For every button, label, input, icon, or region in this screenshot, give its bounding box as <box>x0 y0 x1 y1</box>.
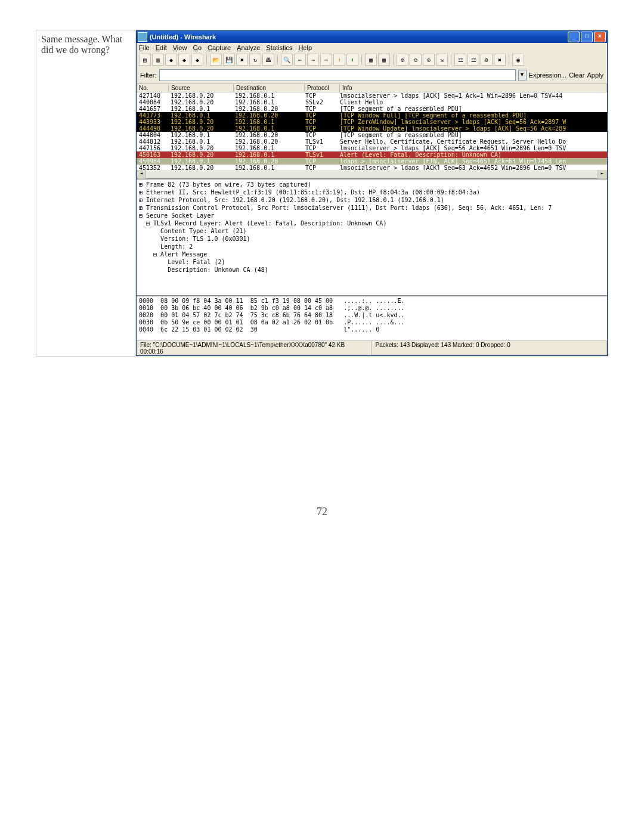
titlebar[interactable]: (Untitled) - Wireshark _ □ × <box>137 31 607 43</box>
tb-restart-icon[interactable]: ◆ <box>191 54 203 66</box>
tb-back-icon[interactable]: ⇐ <box>294 54 306 66</box>
status-file: File: "C:\DOCUME~1\ADMINI~1\LOCALS~1\Tem… <box>137 341 372 355</box>
tb-help-icon[interactable]: ✖ <box>494 54 506 66</box>
hscrollbar[interactable]: ◄ ► <box>137 170 607 178</box>
filter-dropdown-icon[interactable]: ▼ <box>518 70 527 80</box>
menu-go[interactable]: Go <box>193 44 202 51</box>
menu-statistics[interactable]: Statistics <box>266 44 292 51</box>
menu-capture[interactable]: Capture <box>208 44 231 51</box>
hex-line[interactable]: 0030 0b 50 9e ce 00 00 01 01 08 0a 02 a1… <box>139 319 605 326</box>
tb-color-icon[interactable]: ☲ <box>467 54 479 66</box>
page-number: 72 <box>36 506 608 518</box>
statusbar: File: "C:\DOCUME~1\ADMINI~1\LOCALS~1\Tem… <box>137 340 607 355</box>
close-button[interactable]: × <box>594 32 606 42</box>
filter-input[interactable] <box>159 69 516 81</box>
hex-line[interactable]: 0040 6c 22 15 03 01 00 02 02 30 l"......… <box>139 326 605 333</box>
filter-label: Filter: <box>140 72 157 79</box>
app-icon <box>138 32 147 42</box>
tb-last-icon[interactable]: ⬇ <box>346 54 358 66</box>
detail-line[interactable]: ⊞ Transmission Control Protocol, Src Por… <box>139 204 605 212</box>
packet-row[interactable]: 441773192.168.0.1192.168.0.20TCP[TCP Win… <box>137 112 607 119</box>
tb-interfaces-icon[interactable]: ▤ <box>139 54 151 66</box>
tb-print-icon[interactable]: 🖶 <box>262 54 274 66</box>
scroll-left-icon[interactable]: ◄ <box>137 169 146 179</box>
left-note: Same message. What did we do wrong? <box>36 30 136 356</box>
tb-find-icon[interactable]: 🔍 <box>281 54 293 66</box>
tb-open-icon[interactable]: 📂 <box>210 54 222 66</box>
tb-stop-icon[interactable]: ◆ <box>178 54 190 66</box>
menu-analyze[interactable]: Analyze <box>237 44 260 51</box>
packet-row[interactable]: 427140192.168.0.20192.168.0.1TCPlmsocial… <box>137 92 607 99</box>
filterbar: Filter: ▼ Expression... Clear Apply <box>137 67 607 83</box>
clear-button[interactable]: Clear <box>569 72 584 79</box>
tb-start-icon[interactable]: ◆ <box>165 54 177 66</box>
hex-line[interactable]: 0020 00 01 04 57 02 7c b2 74 75 3c c8 6b… <box>139 312 605 319</box>
packet-row[interactable]: 441657192.168.0.1192.168.0.20TCP[TCP seg… <box>137 106 607 112</box>
packet-row[interactable]: 440084192.168.0.20192.168.0.1SSLv2Client… <box>137 99 607 106</box>
hex-line[interactable]: 0010 00 3b 06 bc 40 00 40 06 b2 9b c0 a8… <box>139 305 605 312</box>
col-protocol[interactable]: Protocol <box>305 84 340 92</box>
wireshark-window: (Untitled) - Wireshark _ □ × File Edit V… <box>136 30 608 356</box>
tb-zoom100-icon[interactable]: ⊙ <box>423 54 435 66</box>
window-title: (Untitled) - Wireshark <box>150 33 566 41</box>
packet-row[interactable]: 447156192.168.0.20192.168.0.1TCPlmsocial… <box>137 145 607 151</box>
packet-list-header: No. Source Destination Protocol Info <box>137 83 607 92</box>
apply-button[interactable]: Apply <box>587 72 603 79</box>
packet-row[interactable]: 444804192.168.0.1192.168.0.20TCP[TCP seg… <box>137 132 607 138</box>
menu-edit[interactable]: Edit <box>156 44 167 51</box>
tb-zoomout-icon[interactable]: ⊖ <box>410 54 422 66</box>
detail-line[interactable]: Content Type: Alert (21) <box>139 227 605 235</box>
tb-prefs-icon[interactable]: ⚙ <box>481 54 493 66</box>
detail-line[interactable]: Level: Fatal (2) <box>139 258 605 266</box>
packet-list[interactable]: 427140192.168.0.20192.168.0.1TCPlmsocial… <box>137 92 607 170</box>
tb-fwd-icon[interactable]: ⇒ <box>307 54 319 66</box>
tb-goto-icon[interactable]: ⇨ <box>320 54 332 66</box>
tb-autoscroll-icon[interactable]: ▦ <box>378 54 390 66</box>
tb-first-icon[interactable]: ⬆ <box>333 54 345 66</box>
status-packets: Packets: 143 Displayed: 143 Marked: 0 Dr… <box>372 341 608 355</box>
col-destination[interactable]: Destination <box>234 84 305 92</box>
menu-file[interactable]: File <box>139 44 150 51</box>
packet-row[interactable]: 444498192.168.0.20192.168.0.1TCP[TCP Win… <box>137 125 607 132</box>
tb-zoomin-icon[interactable]: ⊕ <box>397 54 408 66</box>
tb-options-icon[interactable]: ▥ <box>152 54 164 66</box>
packet-detail[interactable]: ⊞ Frame 82 (73 bytes on wire, 73 bytes c… <box>137 178 607 295</box>
detail-line[interactable]: ⊟ Alert Message <box>139 250 605 258</box>
menu-help[interactable]: Help <box>298 44 312 51</box>
hex-line[interactable]: 0000 08 00 09 f8 04 3a 00 11 85 c1 f3 19… <box>139 298 605 305</box>
packet-row[interactable]: 443933192.168.0.20192.168.0.1TCP[TCP Zer… <box>137 119 607 125</box>
detail-line[interactable]: ⊞ Internet Protocol, Src: 192.168.0.20 (… <box>139 196 605 204</box>
col-source[interactable]: Source <box>169 84 234 92</box>
tb-about-icon[interactable]: ◉ <box>512 54 524 66</box>
detail-line[interactable]: ⊟ Secure Socket Layer <box>139 212 605 219</box>
menu-view[interactable]: View <box>173 44 187 51</box>
hex-dump[interactable]: 0000 08 00 09 f8 04 3a 00 11 85 c1 f3 19… <box>137 295 607 340</box>
packet-row[interactable]: 451352192.168.0.20192.168.0.1TCPlmsocial… <box>137 165 607 170</box>
detail-line[interactable]: Version: TLS 1.0 (0x0301) <box>139 235 605 243</box>
packet-row[interactable]: 450163192.168.0.20192.168.0.1TLSv1Alert … <box>137 151 607 158</box>
col-info[interactable]: Info <box>340 84 607 92</box>
detail-line[interactable]: Length: 2 <box>139 243 605 250</box>
tb-filter-icon[interactable]: ☲ <box>454 54 466 66</box>
maximize-button[interactable]: □ <box>581 32 593 42</box>
scroll-right-icon[interactable]: ► <box>597 169 607 179</box>
tb-colorize-icon[interactable]: ▦ <box>365 54 377 66</box>
detail-line[interactable]: Description: Unknown CA (48) <box>139 266 605 274</box>
packet-row[interactable]: 444812192.168.0.1192.168.0.20TLSv1Server… <box>137 138 607 145</box>
detail-line[interactable]: ⊟ TLSv1 Record Layer: Alert (Level: Fata… <box>139 219 605 227</box>
detail-line[interactable]: ⊞ Ethernet II, Src: HewlettP_c1:f3:19 (0… <box>139 188 605 196</box>
minimize-button[interactable]: _ <box>568 32 580 42</box>
tb-close-icon[interactable]: ✖ <box>236 54 248 66</box>
detail-line[interactable]: ⊞ Frame 82 (73 bytes on wire, 73 bytes c… <box>139 181 605 188</box>
tb-save-icon[interactable]: 💾 <box>223 54 235 66</box>
tb-reload-icon[interactable]: ↻ <box>249 54 261 66</box>
col-no[interactable]: No. <box>137 84 169 92</box>
packet-row[interactable]: 450984192.168.0.1192.168.0.20TCPldaps > … <box>137 158 607 165</box>
toolbar: ▤ ▥ ◆ ◆ ◆ 📂 💾 ✖ ↻ 🖶 🔍 ⇐ ⇒ ⇨ ⬆ ⬇ ▦ <box>137 52 607 67</box>
expression-button[interactable]: Expression... <box>529 72 567 79</box>
tb-resize-icon[interactable]: ⇲ <box>436 54 448 66</box>
menubar: File Edit View Go Capture Analyze Statis… <box>137 43 607 52</box>
